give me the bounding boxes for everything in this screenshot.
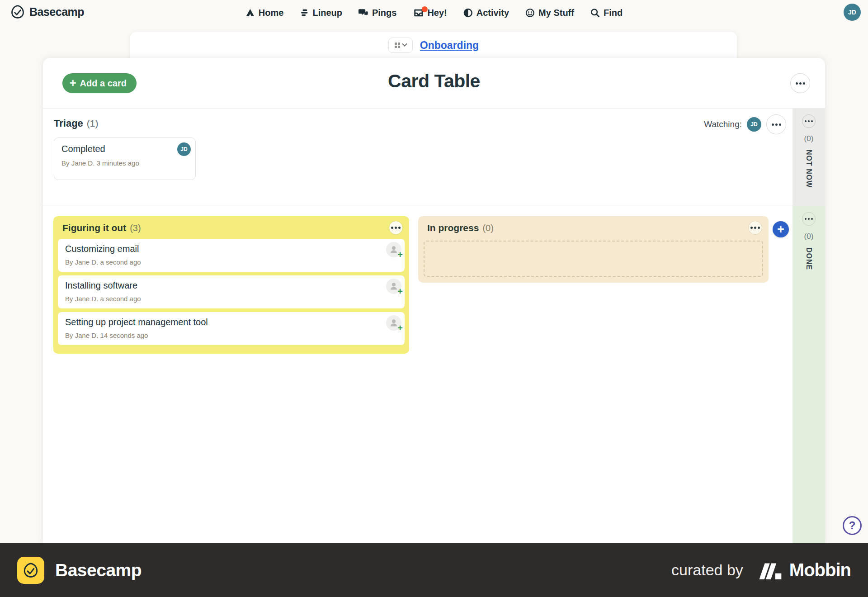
board-options-button[interactable]	[790, 73, 810, 93]
card-byline: By Jane D. 3 minutes ago	[61, 159, 188, 167]
mobbin-name: Mobbin	[789, 560, 851, 580]
done-column-collapsed[interactable]: (0) DONE	[793, 206, 825, 543]
column-count: (3)	[130, 223, 141, 233]
basecamp-logo-icon	[10, 4, 25, 19]
column-count: (0)	[482, 223, 493, 233]
done-count: (0)	[804, 232, 814, 241]
card-title: Customizing email	[65, 244, 379, 254]
not-now-label: NOT NOW	[805, 150, 813, 188]
footer: Basecamp curated by Mobbin	[0, 543, 868, 597]
grid-icon	[395, 43, 400, 48]
column-cards: Customizing email By Jane D. a second ag…	[53, 239, 409, 345]
card-byline: By Jane D. 14 seconds ago	[65, 332, 379, 339]
not-now-count: (0)	[804, 134, 814, 143]
column-options-button[interactable]	[748, 221, 762, 235]
card-title: Installing software	[65, 280, 379, 291]
nav-label: Lineup	[312, 8, 342, 18]
column-title-text: In progress	[427, 223, 479, 233]
breadcrumb: Onboarding	[130, 32, 737, 53]
help-button[interactable]: ?	[843, 516, 862, 535]
nav-item-pings[interactable]: Pings	[359, 8, 396, 18]
nav-label: Home	[259, 8, 284, 18]
card-creator-avatar: JD	[177, 142, 191, 156]
user-avatar[interactable]: JD	[844, 4, 861, 21]
card-title: Completed	[61, 144, 188, 154]
watching-options-button[interactable]	[766, 114, 786, 134]
chevron-down-icon	[402, 42, 407, 47]
triage-title: Triage (1)	[54, 118, 98, 129]
plus-icon: +	[397, 287, 403, 296]
column-options-button[interactable]	[389, 221, 403, 235]
nav-label: Hey!	[427, 8, 447, 18]
triage-count: (1)	[87, 118, 99, 129]
card-installing-software[interactable]: Installing software By Jane D. a second …	[58, 275, 405, 308]
not-now-column-collapsed[interactable]: (0) NOT NOW	[793, 109, 825, 206]
watching-label: Watching:	[704, 119, 742, 129]
page-title: Card Table	[43, 71, 825, 92]
card-dropzone[interactable]	[424, 241, 763, 277]
column-in-progress: In progress (0)	[418, 216, 769, 283]
search-icon	[590, 8, 600, 18]
assign-person-button[interactable]: +	[386, 242, 401, 257]
column-title: In progress (0)	[427, 223, 494, 233]
card-byline: By Jane D. a second ago	[65, 295, 379, 303]
breadcrumb-project-link[interactable]: Onboarding	[420, 39, 479, 52]
plus-icon: +	[397, 250, 403, 259]
add-column-button[interactable]: +	[773, 221, 789, 237]
lineup-icon	[300, 8, 309, 17]
basecamp-footer-logo-icon	[17, 557, 44, 584]
nav-label: Activity	[476, 8, 509, 18]
brand-name: Basecamp	[29, 5, 84, 19]
assign-person-button[interactable]: +	[386, 315, 401, 331]
basecamp-brand[interactable]: Basecamp	[10, 4, 84, 19]
column-header: Figuring it out (3)	[53, 216, 409, 239]
basecamp-card-table-page: Basecamp Home Lineup Pings Hey! Activity	[0, 0, 868, 597]
triage-card[interactable]: Completed By Jane D. 3 minutes ago JD	[54, 137, 196, 180]
watching-cluster: Watching: JD	[704, 114, 786, 135]
nav-item-my-stuff[interactable]: My Stuff	[525, 8, 574, 18]
top-nav: Basecamp Home Lineup Pings Hey! Activity	[0, 0, 868, 25]
nav-item-home[interactable]: Home	[245, 8, 284, 18]
add-card-button[interactable]: + Add a card	[62, 73, 137, 93]
triage-title-text: Triage	[54, 118, 83, 129]
half-circle-icon	[463, 8, 473, 18]
nav-label: My Stuff	[538, 8, 574, 18]
add-card-label: Add a card	[80, 78, 127, 89]
smiley-icon	[525, 8, 535, 18]
assign-person-button[interactable]: +	[386, 279, 401, 294]
nav-label: Pings	[372, 8, 396, 18]
done-options-button[interactable]	[802, 212, 816, 226]
nav-items: Home Lineup Pings Hey! Activity My Stuff	[245, 0, 623, 25]
column-title: Figuring it out (3)	[62, 223, 141, 233]
project-switcher-button[interactable]	[388, 38, 413, 53]
curated-by-label: curated by	[671, 561, 743, 579]
chat-bubbles-icon	[359, 8, 368, 17]
column-title-text: Figuring it out	[62, 223, 126, 233]
card-title: Setting up project management tool	[65, 317, 379, 327]
card-customizing-email[interactable]: Customizing email By Jane D. a second ag…	[58, 239, 405, 272]
footer-brand-name: Basecamp	[55, 560, 142, 580]
column-header: In progress (0)	[418, 216, 769, 239]
board-header: Card Table + Add a card	[43, 58, 825, 109]
tent-icon	[245, 8, 255, 17]
nav-item-lineup[interactable]: Lineup	[300, 8, 342, 18]
not-now-options-button[interactable]	[802, 114, 816, 128]
nav-item-hey[interactable]: Hey!	[413, 8, 447, 18]
done-label: DONE	[805, 247, 813, 270]
plus-icon: +	[70, 77, 76, 89]
inbox-icon	[413, 8, 424, 18]
card-table-board: Card Table + Add a card Triage (1) Watch…	[43, 58, 825, 543]
footer-brand: Basecamp	[17, 557, 142, 584]
column-figuring-it-out: Figuring it out (3) Customizing email By…	[53, 216, 409, 354]
nav-item-activity[interactable]: Activity	[463, 8, 509, 18]
footer-attribution: curated by Mobbin	[671, 560, 851, 580]
triage-section: Triage (1) Watching: JD Completed By Jan…	[43, 109, 793, 206]
watcher-avatar[interactable]: JD	[747, 117, 761, 132]
plus-icon: +	[397, 323, 403, 332]
mobbin-logo-icon	[759, 561, 783, 579]
mobbin-brand: Mobbin	[759, 560, 851, 580]
nav-item-find[interactable]: Find	[590, 8, 623, 18]
card-setting-up-pm-tool[interactable]: Setting up project management tool By Ja…	[58, 312, 405, 345]
nav-label: Find	[604, 8, 623, 18]
card-byline: By Jane D. a second ago	[65, 258, 379, 266]
